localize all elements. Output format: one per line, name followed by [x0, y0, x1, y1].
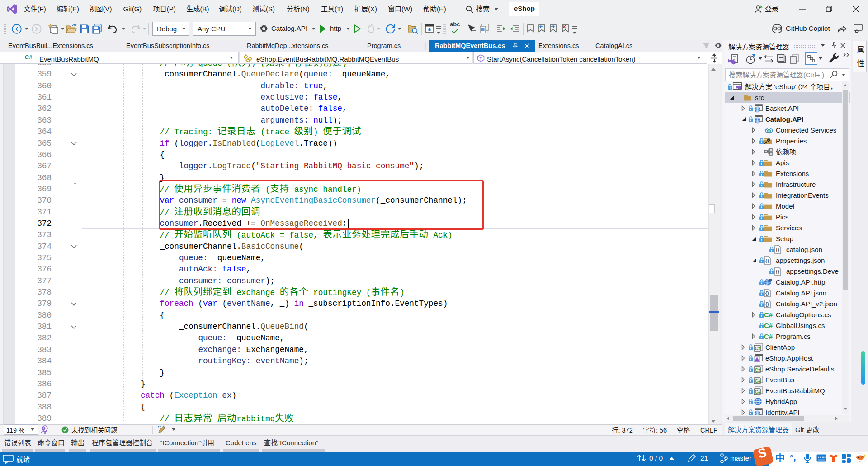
svg-text:{}: {}	[776, 269, 779, 274]
svg-text:C#: C#	[755, 389, 761, 395]
svg-text:{}: {}	[765, 291, 769, 296]
svg-text:C#: C#	[755, 367, 761, 373]
svg-text:C#: C#	[755, 378, 761, 384]
svg-text:{}: {}	[765, 258, 769, 263]
svg-text:C#: C#	[764, 311, 773, 319]
svg-text:C#: C#	[764, 322, 773, 329]
svg-text:C#: C#	[764, 333, 773, 340]
svg-text:{}: {}	[765, 302, 769, 307]
svg-text:C#: C#	[755, 346, 761, 351]
svg-text:{}: {}	[776, 247, 779, 252]
